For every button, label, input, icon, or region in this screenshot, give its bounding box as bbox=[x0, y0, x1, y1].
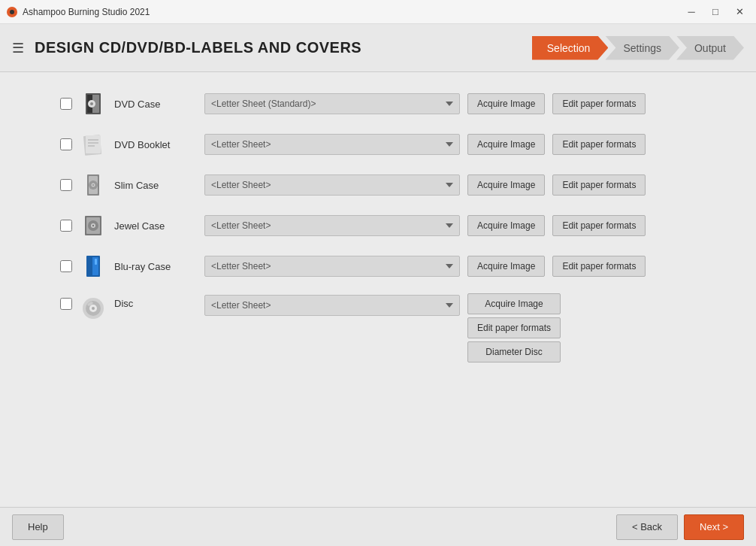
dvd-case-icon bbox=[80, 90, 107, 117]
step-output: Output bbox=[676, 36, 744, 60]
jewel-case-acquire-button[interactable]: Acquire Image bbox=[467, 215, 545, 236]
hamburger-icon[interactable]: ☰ bbox=[12, 40, 24, 56]
dvd-case-dropdown[interactable]: <Letter Sheet (Standard)> bbox=[204, 93, 460, 114]
bluray-case-checkbox[interactable] bbox=[60, 260, 72, 272]
bluray-case-edit-button[interactable]: Edit paper formats bbox=[552, 256, 646, 277]
dvd-case-edit-button[interactable]: Edit paper formats bbox=[552, 93, 646, 114]
app-header: ☰ DESIGN CD/DVD/BD-LABELS AND COVERS Sel… bbox=[0, 24, 756, 72]
disc-label: Disc bbox=[114, 298, 197, 309]
svg-point-6 bbox=[90, 102, 93, 105]
slim-case-acquire-button[interactable]: Acquire Image bbox=[467, 174, 545, 196]
main-content: DVD Case <Letter Sheet (Standard)> Acqui… bbox=[0, 72, 756, 507]
bluray-case-label: Blu-ray Case bbox=[114, 261, 197, 272]
svg-point-1 bbox=[10, 10, 14, 14]
jewel-case-dropdown[interactable]: <Letter Sheet> bbox=[204, 215, 460, 236]
footer-right: < Back Next > bbox=[616, 514, 744, 540]
slim-case-edit-button[interactable]: Edit paper formats bbox=[552, 174, 646, 196]
slim-case-label: Slim Case bbox=[114, 180, 197, 191]
jewel-case-icon bbox=[80, 212, 107, 239]
minimize-button[interactable]: ─ bbox=[681, 5, 702, 20]
bluray-case-row: Blu-ray Case <Letter Sheet> Acquire Imag… bbox=[60, 253, 696, 280]
window-title: Ashampoo Burning Studio 2021 bbox=[23, 7, 681, 17]
dvd-booklet-dropdown[interactable]: <Letter Sheet> bbox=[204, 134, 460, 155]
disc-acquire-button[interactable]: Acquire Image bbox=[467, 293, 561, 314]
dvd-case-row: DVD Case <Letter Sheet (Standard)> Acqui… bbox=[60, 90, 696, 117]
next-button[interactable]: Next > bbox=[684, 514, 744, 540]
maximize-button[interactable]: □ bbox=[705, 5, 726, 20]
svg-rect-8 bbox=[86, 135, 101, 153]
step-settings: Settings bbox=[605, 36, 679, 60]
jewel-case-checkbox[interactable] bbox=[60, 220, 72, 232]
close-button[interactable]: ✕ bbox=[729, 5, 750, 20]
dvd-case-label: DVD Case bbox=[114, 99, 197, 110]
page-title: DESIGN CD/DVD/BD-LABELS AND COVERS bbox=[35, 39, 532, 56]
app-footer: Help < Back Next > bbox=[0, 507, 756, 546]
footer-left: Help bbox=[12, 514, 64, 540]
slim-case-checkbox[interactable] bbox=[60, 179, 72, 191]
dvd-case-acquire-button[interactable]: Acquire Image bbox=[467, 93, 545, 114]
dvd-booklet-row: DVD Booklet <Letter Sheet> Acquire Image… bbox=[60, 131, 696, 158]
slim-case-row: Slim Case <Letter Sheet> Acquire Image E… bbox=[60, 171, 696, 199]
disc-buttons: Acquire Image Edit paper formats Diamete… bbox=[467, 293, 561, 362]
svg-point-16 bbox=[92, 184, 94, 186]
slim-case-icon bbox=[80, 171, 107, 199]
disc-icon bbox=[80, 295, 107, 322]
dvd-booklet-label: DVD Booklet bbox=[114, 139, 197, 150]
back-button[interactable]: < Back bbox=[616, 514, 678, 540]
svg-point-29 bbox=[92, 307, 95, 310]
wizard-steps: Selection Settings Output bbox=[532, 36, 744, 60]
disc-row: Disc <Letter Sheet> Acquire Image Edit p… bbox=[60, 293, 696, 362]
disc-dropdown[interactable]: <Letter Sheet> bbox=[204, 295, 460, 316]
app-icon bbox=[6, 6, 18, 18]
svg-point-21 bbox=[92, 225, 94, 226]
step-selection: Selection bbox=[532, 36, 609, 60]
svg-rect-25 bbox=[95, 259, 97, 265]
dvd-booklet-acquire-button[interactable]: Acquire Image bbox=[467, 134, 545, 155]
jewel-case-row: Jewel Case <Letter Sheet> Acquire Image … bbox=[60, 212, 696, 239]
slim-case-dropdown[interactable]: <Letter Sheet> bbox=[204, 174, 460, 196]
dvd-booklet-edit-button[interactable]: Edit paper formats bbox=[552, 134, 646, 155]
bluray-case-icon bbox=[80, 253, 107, 280]
help-button[interactable]: Help bbox=[12, 514, 64, 540]
dvd-case-checkbox[interactable] bbox=[60, 98, 72, 110]
bluray-case-acquire-button[interactable]: Acquire Image bbox=[467, 256, 545, 277]
title-bar: Ashampoo Burning Studio 2021 ─ □ ✕ bbox=[0, 0, 756, 24]
svg-rect-24 bbox=[88, 257, 92, 275]
jewel-case-edit-button[interactable]: Edit paper formats bbox=[552, 215, 646, 236]
disc-diameter-button[interactable]: Diameter Disc bbox=[467, 341, 561, 362]
dvd-booklet-checkbox[interactable] bbox=[60, 138, 72, 150]
bluray-case-dropdown[interactable]: <Letter Sheet> bbox=[204, 256, 460, 277]
disc-edit-button[interactable]: Edit paper formats bbox=[467, 317, 561, 338]
dvd-booklet-icon bbox=[80, 131, 107, 158]
window-controls: ─ □ ✕ bbox=[681, 5, 750, 20]
jewel-case-label: Jewel Case bbox=[114, 220, 197, 232]
disc-checkbox[interactable] bbox=[60, 298, 72, 310]
